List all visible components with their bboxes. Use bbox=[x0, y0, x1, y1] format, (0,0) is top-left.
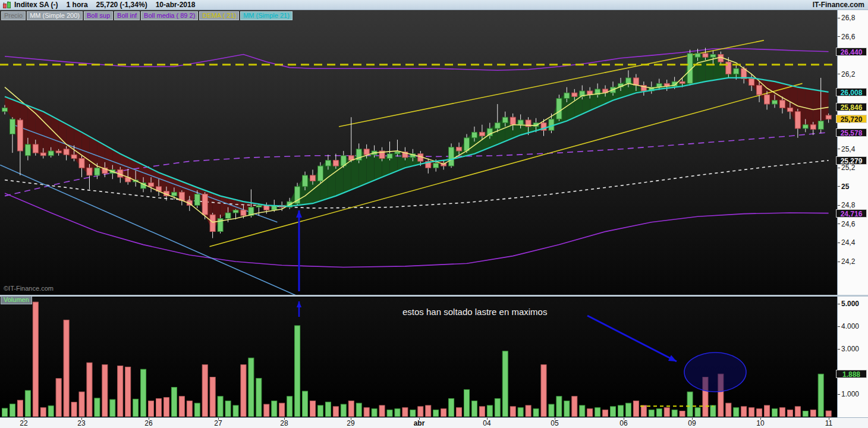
price-tick-mark bbox=[838, 168, 840, 168]
time-tick-label-11: 11 bbox=[825, 419, 832, 427]
time-tick-label-04: 04 bbox=[483, 419, 490, 427]
price-tick-mark bbox=[838, 262, 840, 262]
volume-tick-label: 1.000 bbox=[841, 390, 859, 398]
price-tick-label: 24,2 bbox=[841, 257, 855, 266]
price-tick-mark bbox=[838, 243, 840, 243]
indicator-chip-boll-sup[interactable]: Boll sup bbox=[84, 11, 113, 20]
price-badge-boll-media-89-2-: 25,578 bbox=[836, 128, 867, 137]
volume-tick-mark bbox=[838, 326, 840, 327]
pane-separator[interactable] bbox=[0, 295, 868, 297]
volume-pane-label[interactable]: Volumen bbox=[1, 295, 32, 304]
price-badge-mm-simple-200-: 25,279 bbox=[836, 156, 867, 165]
price-tick-mark bbox=[838, 186, 840, 187]
volume-tick-label: 4.000 bbox=[841, 322, 859, 331]
price-badge-dema-21-: 25,846 bbox=[836, 103, 867, 111]
time-tick-label-22: 22 bbox=[20, 419, 27, 427]
volume-tick-mark bbox=[838, 349, 840, 350]
price-tick-label: 26,6 bbox=[841, 33, 855, 41]
volume-highlight-ellipse[interactable] bbox=[684, 353, 746, 392]
price-tick-label: 24,4 bbox=[841, 238, 855, 247]
watermark: ©IT-Finance.com bbox=[4, 285, 54, 292]
trading-app-window: { "header": { "title": "Inditex SA (-)",… bbox=[0, 0, 868, 428]
price-tick-label: 24,6 bbox=[841, 220, 855, 228]
price-pane[interactable] bbox=[0, 10, 837, 295]
price-tick-label: 26,8 bbox=[841, 14, 855, 22]
indicator-chip-precio[interactable]: Precio bbox=[1, 11, 26, 20]
price-badge-mm-simple-21-: 26,008 bbox=[836, 88, 867, 96]
price-tick-mark bbox=[838, 18, 840, 18]
price-badge-last-price: 25,720 bbox=[836, 115, 867, 123]
time-tick-label-10: 10 bbox=[756, 419, 764, 427]
chart-canvas[interactable] bbox=[0, 0, 868, 428]
indicator-chip-row: PrecioMM (Simple 200)Boll supBoll infBol… bbox=[1, 11, 294, 20]
price-tick-mark bbox=[838, 205, 840, 206]
indicator-chip-dema-21-[interactable]: DEMA ( 21) bbox=[199, 11, 239, 20]
time-tick-label-abr: abr bbox=[414, 419, 425, 427]
price-tick-label: 25 bbox=[841, 182, 849, 191]
volume-tick-mark bbox=[838, 304, 840, 304]
price-tick-label: 25,4 bbox=[841, 145, 855, 153]
price-tick-mark bbox=[838, 149, 840, 149]
time-tick-label-27: 27 bbox=[214, 419, 222, 427]
volume-tick-label: 3.000 bbox=[841, 345, 859, 353]
indicator-chip-mm-simple-200-[interactable]: MM (Simple 200) bbox=[27, 11, 83, 20]
time-tick-label-05: 05 bbox=[551, 419, 558, 427]
price-tick-mark bbox=[838, 224, 840, 224]
indicator-chip-mm-simple-21-[interactable]: MM (Simple 21) bbox=[240, 11, 293, 20]
volume-tick-label: 5.000 bbox=[841, 300, 859, 308]
indicator-chip-boll-inf[interactable]: Boll inf bbox=[114, 11, 140, 20]
time-tick-label-26: 26 bbox=[144, 419, 152, 427]
time-tick-label-09: 09 bbox=[688, 419, 696, 427]
price-tick-label: 24,8 bbox=[841, 201, 855, 209]
price-tick-mark bbox=[838, 74, 840, 74]
price-badge-boll-inf: 24,716 bbox=[836, 209, 867, 218]
time-tick-label-29: 29 bbox=[347, 419, 354, 427]
indicator-chip-boll-media-89-2-[interactable]: Boll media ( 89 2) bbox=[141, 11, 198, 20]
time-tick-label-28: 28 bbox=[280, 419, 288, 427]
price-tick-label: 26,2 bbox=[841, 70, 855, 78]
time-tick-label-23: 23 bbox=[77, 419, 85, 427]
price-axis[interactable]: 26,826,626,225,425,22524,824,624,424,25.… bbox=[837, 10, 868, 417]
price-tick-mark bbox=[838, 36, 840, 37]
price-badge-boll-sup: 26,440 bbox=[836, 48, 867, 56]
chart-text-annotation[interactable]: estos han soltado lastre en maximos bbox=[402, 307, 547, 317]
volume-badge-current: 1.888 bbox=[836, 370, 867, 378]
time-tick-label-06: 06 bbox=[619, 419, 627, 427]
time-axis[interactable]: 222326272829abr040506091011 bbox=[0, 417, 868, 428]
volume-tick-mark bbox=[838, 394, 840, 395]
